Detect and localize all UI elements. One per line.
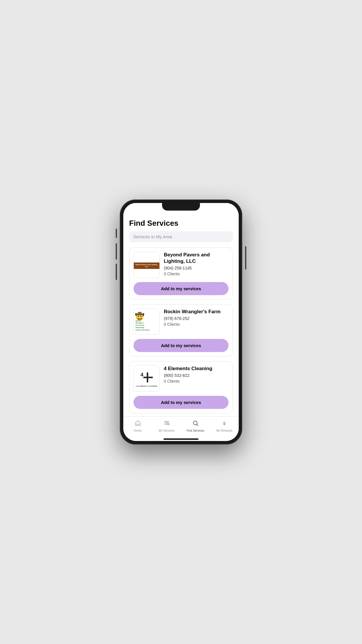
- volume-up-button: [116, 243, 117, 260]
- service-phone-rockin: (979) 676-252: [164, 316, 229, 321]
- card-info-beyond: Beyond Pavers and Lighting, LLC (904) 25…: [164, 252, 229, 276]
- nav-item-my-rewards[interactable]: $ My Rewards: [210, 420, 239, 432]
- search-bar[interactable]: Services In My Area: [129, 231, 233, 242]
- card-info-rockin: Rockin Wrangler's Farm (979) 676-252 0 C…: [164, 309, 229, 327]
- service-card-elements: 4 4 ELEMENTS CLEANING 4 Elements Cleanin…: [129, 361, 233, 413]
- nav-label-my-rewards: My Rewards: [216, 429, 233, 432]
- page-title: Find Services: [129, 216, 233, 228]
- service-card-rockin: 🤠 RockinWrangler'sFarm PatchHomemadeGood…: [129, 304, 233, 356]
- service-phone-elements: (800) 532-822: [164, 373, 229, 378]
- svg-rect-3: [164, 421, 169, 422]
- svg-line-8: [197, 424, 198, 426]
- service-card-beyond-pavers: Beyond Pavers and Lighting, LLC Beyond P…: [129, 247, 233, 300]
- service-name-rockin: Rockin Wrangler's Farm: [164, 309, 229, 315]
- nav-item-my-services[interactable]: My Services: [152, 420, 181, 432]
- volume-down-button: [116, 264, 117, 280]
- add-service-button-elements[interactable]: Add to my services: [133, 396, 229, 409]
- add-service-button-beyond[interactable]: Add to my services: [133, 282, 229, 295]
- bottom-navigation: Home My Services: [123, 416, 239, 438]
- home-icon: [135, 420, 141, 428]
- svg-text:4: 4: [140, 372, 143, 378]
- service-name-elements: 4 Elements Cleaning: [164, 365, 229, 372]
- nav-label-home: Home: [134, 429, 142, 432]
- card-info-elements: 4 Elements Cleaning (800) 532-822 0 Clie…: [164, 365, 229, 384]
- elements-text: 4 ELEMENTS CLEANING: [136, 385, 157, 387]
- my-services-icon: [164, 420, 170, 428]
- rockin-logo-figure: 🤠: [135, 312, 144, 320]
- service-clients-rockin: 0 Clients: [164, 322, 229, 327]
- card-top: 🤠 RockinWrangler'sFarm PatchHomemadeGood…: [133, 309, 229, 335]
- add-service-button-rockin[interactable]: Add to my services: [133, 339, 229, 352]
- service-name-beyond: Beyond Pavers and Lighting, LLC: [164, 252, 229, 265]
- notch: [162, 203, 200, 211]
- find-services-icon: [192, 420, 199, 428]
- home-indicator: [164, 438, 198, 440]
- beyond-logo-bar: Beyond Pavers and Lighting, LLC: [134, 262, 159, 269]
- svg-rect-4: [164, 423, 168, 423]
- service-logo-rockin: 🤠 RockinWrangler'sFarm PatchHomemadeGood…: [133, 309, 160, 335]
- phone-frame: Find Services Services In My Area Beyond…: [120, 200, 242, 444]
- nav-item-find-services[interactable]: Find Services: [181, 420, 210, 432]
- svg-point-6: [168, 423, 169, 425]
- my-rewards-icon: $: [221, 420, 228, 428]
- service-phone-beyond: (904) 258-1145: [164, 266, 229, 270]
- nav-label-my-services: My Services: [159, 429, 174, 432]
- rockin-logo-text: RockinWrangler'sFarm PatchHomemadeGoods …: [136, 320, 150, 331]
- scroll-content: Find Services Services In My Area Beyond…: [123, 212, 239, 416]
- service-logo-beyond: Beyond Pavers and Lighting, LLC: [133, 252, 160, 278]
- phone-screen: Find Services Services In My Area Beyond…: [123, 203, 239, 441]
- screen-content: Find Services Services In My Area Beyond…: [123, 203, 239, 441]
- nav-label-find-services: Find Services: [187, 429, 204, 432]
- nav-item-home[interactable]: Home: [123, 420, 152, 432]
- mute-button: [116, 229, 117, 238]
- card-top: 4 4 ELEMENTS CLEANING 4 Elements Cleanin…: [133, 365, 229, 392]
- service-logo-elements: 4 4 ELEMENTS CLEANING: [133, 365, 160, 392]
- service-clients-beyond: 0 Clients: [164, 272, 229, 276]
- card-top: Beyond Pavers and Lighting, LLC Beyond P…: [133, 252, 229, 278]
- elements-cross-icon: 4: [139, 370, 154, 385]
- svg-text:$: $: [223, 421, 225, 426]
- service-clients-elements: 0 Clients: [164, 379, 229, 384]
- power-button: [245, 246, 246, 270]
